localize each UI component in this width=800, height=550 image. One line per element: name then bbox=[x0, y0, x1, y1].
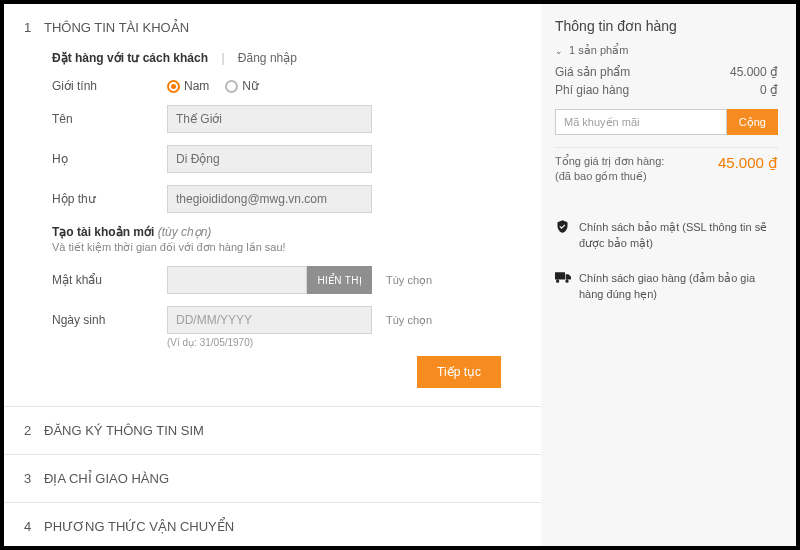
email-input[interactable] bbox=[167, 185, 372, 213]
mode-guest[interactable]: Đặt hàng với tư cách khách bbox=[52, 51, 208, 65]
subtotal-value: 45.000 ₫ bbox=[730, 65, 778, 79]
step-actions: Tiếp tục bbox=[52, 356, 501, 388]
password-toggle[interactable]: HIỂN THỊ bbox=[307, 266, 372, 294]
gender-group: Nam Nữ bbox=[167, 79, 259, 93]
label-password: Mật khẩu bbox=[52, 273, 167, 287]
step-address[interactable]: 3 ĐỊA CHỈ GIAO HÀNG bbox=[4, 455, 541, 503]
subtotal-label: Giá sản phẩm bbox=[555, 65, 630, 79]
dob-input[interactable] bbox=[167, 306, 372, 334]
optional-text: Tùy chọn bbox=[386, 274, 432, 287]
mode-login[interactable]: Đăng nhập bbox=[238, 51, 297, 65]
radio-male[interactable]: Nam bbox=[167, 79, 209, 93]
checkout-main: 1 THÔNG TIN TÀI KHOẢN Đặt hàng với tư cá… bbox=[4, 4, 541, 546]
policy-text: Chính sách bảo mật (SSL thông tin sẽ đượ… bbox=[579, 219, 778, 252]
total-value: 45.000 ₫ bbox=[718, 154, 778, 172]
step-body-account: Đặt hàng với tư cách khách | Đăng nhập G… bbox=[4, 51, 541, 406]
truck-icon bbox=[555, 270, 571, 286]
row-dob: Ngày sinh Tùy chọn bbox=[52, 306, 501, 334]
firstname-input[interactable] bbox=[167, 105, 372, 133]
optional-text: Tùy chọn bbox=[386, 314, 432, 327]
sep: | bbox=[221, 51, 224, 65]
row-firstname: Tên bbox=[52, 105, 501, 133]
step-title: ĐỊA CHỈ GIAO HÀNG bbox=[44, 471, 169, 486]
radio-female[interactable]: Nữ bbox=[225, 79, 259, 93]
policy-text: Chính sách giao hàng (đảm bảo gia hàng đ… bbox=[579, 270, 778, 303]
step-title: THÔNG TIN TÀI KHOẢN bbox=[44, 20, 189, 35]
price-lines: Giá sản phẩm 45.000 ₫ Phí giao hàng 0 ₫ bbox=[555, 63, 778, 99]
promo-input[interactable] bbox=[555, 109, 727, 135]
order-summary: Thông tin đơn hàng ⌄ 1 sản phẩm Giá sản … bbox=[541, 4, 796, 546]
policy-security: Chính sách bảo mật (SSL thông tin sẽ đượ… bbox=[555, 219, 778, 252]
row-email: Hộp thư bbox=[52, 185, 501, 213]
policy-shipping: Chính sách giao hàng (đảm bảo gia hàng đ… bbox=[555, 270, 778, 303]
total-row: Tổng giá trị đơn hàng: (đã bao gồm thuế)… bbox=[555, 147, 778, 201]
continue-button[interactable]: Tiếp tục bbox=[417, 356, 501, 388]
shipping-label: Phí giao hàng bbox=[555, 83, 629, 97]
auth-mode: Đặt hàng với tư cách khách | Đăng nhập bbox=[52, 51, 501, 65]
step-header-1: 1 THÔNG TIN TÀI KHOẢN bbox=[4, 4, 541, 45]
items-toggle[interactable]: ⌄ 1 sản phẩm bbox=[555, 44, 778, 57]
radio-icon bbox=[225, 80, 238, 93]
row-password: Mật khẩu HIỂN THỊ Tùy chọn bbox=[52, 266, 501, 294]
label-gender: Giới tính bbox=[52, 79, 167, 93]
row-gender: Giới tính Nam Nữ bbox=[52, 79, 501, 93]
shield-icon bbox=[555, 219, 571, 235]
label-firstname: Tên bbox=[52, 112, 167, 126]
step-num: 1 bbox=[24, 20, 44, 35]
step-shipping[interactable]: 4 PHƯƠNG THỨC VẬN CHUYỂN bbox=[4, 503, 541, 546]
step-sim[interactable]: 2 ĐĂNG KÝ THÔNG TIN SIM bbox=[4, 407, 541, 455]
promo-apply-button[interactable]: Cộng bbox=[727, 109, 778, 135]
step-num: 3 bbox=[24, 471, 44, 486]
lastname-input[interactable] bbox=[167, 145, 372, 173]
row-lastname: Họ bbox=[52, 145, 501, 173]
radio-icon bbox=[167, 80, 180, 93]
step-account: 1 THÔNG TIN TÀI KHOẢN Đặt hàng với tư cá… bbox=[4, 4, 541, 407]
password-input[interactable] bbox=[167, 266, 307, 294]
step-num: 4 bbox=[24, 519, 44, 534]
create-account-subtitle: Và tiết kiệm thời gian đối với đơn hàng … bbox=[52, 241, 501, 254]
step-title: PHƯƠNG THỨC VẬN CHUYỂN bbox=[44, 519, 234, 534]
dob-hint: (Ví dụ: 31/05/1970) bbox=[167, 337, 501, 348]
create-account-title: Tạo tài khoản mới (tùy chọn) bbox=[52, 225, 501, 239]
label-lastname: Họ bbox=[52, 152, 167, 166]
total-label: Tổng giá trị đơn hàng: bbox=[555, 154, 664, 169]
total-tax-note: (đã bao gồm thuế) bbox=[555, 169, 664, 184]
promo-row: Cộng bbox=[555, 109, 778, 135]
chevron-down-icon: ⌄ bbox=[555, 46, 563, 56]
step-num: 2 bbox=[24, 423, 44, 438]
label-dob: Ngày sinh bbox=[52, 313, 167, 327]
shipping-value: 0 ₫ bbox=[760, 83, 778, 97]
label-email: Hộp thư bbox=[52, 192, 167, 206]
summary-title: Thông tin đơn hàng bbox=[555, 18, 778, 34]
step-title: ĐĂNG KÝ THÔNG TIN SIM bbox=[44, 423, 204, 438]
